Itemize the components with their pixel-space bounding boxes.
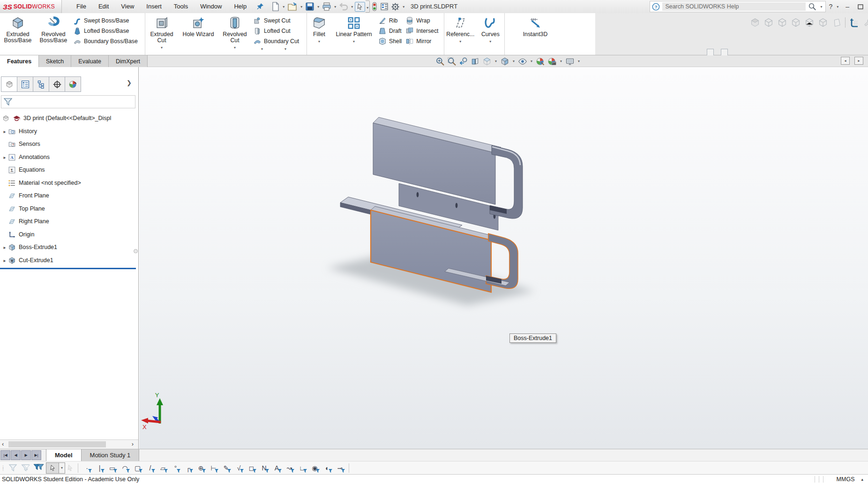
- dimxpert-manager-tab[interactable]: [49, 76, 65, 92]
- expand-arrow-icon[interactable]: ▸: [1, 258, 8, 263]
- shell-button[interactable]: Shell: [378, 37, 402, 45]
- menu-window[interactable]: Window: [194, 0, 228, 13]
- wrench-icon[interactable]: [863, 17, 868, 28]
- configuration-manager-tab[interactable]: [33, 76, 49, 92]
- collapse-left-pane-icon[interactable]: ◂: [841, 57, 850, 65]
- boundary-boss-base-button[interactable]: Boundary Boss/Base: [73, 37, 138, 45]
- tab-sketch[interactable]: Sketch: [39, 55, 71, 67]
- filter-notes[interactable]: A: [270, 462, 283, 474]
- filter-zoom-to-selection[interactable]: N: [258, 462, 270, 474]
- panel-horizontal-scrollbar[interactable]: ‹ ›: [0, 439, 138, 449]
- curves-button[interactable]: Curves ▾: [477, 16, 504, 45]
- menu-view[interactable]: View: [115, 0, 140, 13]
- fillet-dropdown-icon[interactable]: ▾: [318, 38, 320, 45]
- filter-sketches[interactable]: ┌: [182, 462, 195, 474]
- undo-dropdown-icon[interactable]: ▾: [351, 5, 353, 9]
- cube-hidden-lines-removed-icon[interactable]: [777, 17, 787, 28]
- tab-evaluate[interactable]: Evaluate: [71, 55, 109, 67]
- menu-insert[interactable]: Insert: [140, 0, 168, 13]
- last-tab-icon[interactable]: ▶|: [31, 450, 41, 460]
- undo-icon[interactable]: [338, 1, 349, 12]
- tree-item-origin[interactable]: Origin: [0, 228, 136, 241]
- reference-geometry-button[interactable]: Referenc... ▾: [444, 16, 477, 45]
- rollback-bar[interactable]: [0, 268, 136, 269]
- print-dropdown-icon[interactable]: ▾: [334, 5, 336, 9]
- draft-button[interactable]: Draft: [378, 26, 402, 35]
- tab-dimxpert[interactable]: DimXpert: [109, 55, 148, 67]
- zoom-to-area-icon[interactable]: [447, 56, 457, 66]
- tree-item-boss-extrude1[interactable]: ▸ Boss-Extrude1: [0, 241, 136, 253]
- next-tab-icon[interactable]: ▶: [21, 450, 31, 460]
- tree-item-history[interactable]: ▸ History: [0, 125, 136, 137]
- filter-annotations[interactable]: ✎: [220, 462, 232, 474]
- view-orientation-icon[interactable]: [482, 56, 492, 66]
- save-icon[interactable]: [304, 1, 315, 12]
- apply-scene-icon[interactable]: [547, 56, 557, 66]
- save-dropdown-icon[interactable]: ▾: [317, 5, 319, 9]
- tree-item-right-plane[interactable]: Right Plane: [0, 215, 136, 227]
- tree-filter[interactable]: [1, 95, 135, 108]
- lasso-select-icon[interactable]: [65, 462, 75, 474]
- filter-surface-finish-symbols[interactable]: √: [232, 462, 245, 474]
- menu-edit[interactable]: Edit: [92, 0, 115, 13]
- expand-arrow-icon[interactable]: ▸: [1, 129, 8, 134]
- wrap-button[interactable]: Wrap: [405, 16, 438, 25]
- fillet-button[interactable]: Fillet ▾: [307, 16, 331, 45]
- curves-dropdown-icon[interactable]: ▾: [489, 38, 491, 45]
- pin-menu-icon[interactable]: [256, 3, 264, 10]
- filter-section-marks[interactable]: ◐: [321, 462, 334, 474]
- filter-solid-bodies[interactable]: ▢: [131, 462, 144, 474]
- view-settings-dropdown-icon[interactable]: ▾: [578, 59, 580, 63]
- revolved-cut-button[interactable]: Revolved Cut ▾: [218, 16, 251, 51]
- extruded-cut-dropdown-icon[interactable]: ▾: [161, 45, 163, 51]
- filter-center-marks[interactable]: ⊕: [195, 462, 207, 474]
- tree-item-top-plane[interactable]: Top Plane: [0, 203, 136, 215]
- display-style-dropdown-icon[interactable]: ▾: [513, 59, 515, 63]
- extruded-cut-button[interactable]: Extruded Cut ▾: [145, 16, 178, 51]
- toolbar-drag-handle[interactable]: ⋮⋮: [1, 466, 5, 470]
- select-tool-button[interactable]: [46, 462, 59, 474]
- open-icon[interactable]: [286, 1, 299, 12]
- units-selector[interactable]: MMGS: [837, 476, 855, 483]
- panel-splitter-grip[interactable]: [134, 249, 138, 253]
- filter-dimensions[interactable]: ⊢: [207, 462, 220, 474]
- cut-stack-dropdown2-icon[interactable]: ▾: [284, 47, 286, 51]
- filter-edges[interactable]: |: [93, 462, 106, 474]
- units-dropdown-icon[interactable]: ▴: [861, 477, 863, 482]
- filter-weld-symbols[interactable]: ↝: [283, 462, 296, 474]
- apply-scene-dropdown-icon[interactable]: ▾: [560, 59, 562, 63]
- cube-draft-quality-icon[interactable]: [818, 17, 828, 28]
- swept-boss-base-button[interactable]: Swept Boss/Base: [73, 16, 138, 25]
- print-icon[interactable]: [321, 1, 332, 12]
- linear-pattern-button[interactable]: Linear Pattern ▾: [331, 16, 376, 45]
- select-dropdown-icon[interactable]: ▾: [366, 0, 370, 13]
- hide-show-dropdown-icon[interactable]: ▾: [531, 59, 532, 63]
- previous-view-icon[interactable]: [458, 56, 469, 66]
- filter-sketch-points[interactable]: °: [169, 462, 182, 474]
- filter-axes[interactable]: /: [144, 462, 157, 474]
- commandmanager-toggle2-icon[interactable]: [721, 49, 728, 56]
- revolved-cut-dropdown-icon[interactable]: ▾: [234, 45, 236, 51]
- mirror-button[interactable]: Mirror: [405, 37, 438, 45]
- expand-arrow-icon[interactable]: ▸: [1, 245, 8, 250]
- cube-perspective-icon[interactable]: [831, 17, 842, 28]
- lofted-cut-button[interactable]: Lofted Cut: [253, 26, 299, 35]
- prev-tab-icon[interactable]: ◀: [11, 450, 21, 460]
- filter-datum-targets[interactable]: ◉: [308, 462, 321, 474]
- tree-item-annotations[interactable]: ▸ A Annotations: [0, 151, 136, 163]
- filter-connection-points[interactable]: ⊸: [334, 462, 346, 474]
- select-tool-dropdown-icon[interactable]: ▾: [59, 462, 65, 474]
- filter-balloons[interactable]: ◻: [245, 462, 258, 474]
- collapse-right-pane-icon[interactable]: ▸: [854, 57, 863, 65]
- tree-item-material[interactable]: Material <not specified>: [0, 177, 136, 189]
- cut-stack-dropdown-icon[interactable]: ▾: [261, 47, 263, 51]
- property-manager-tab[interactable]: [17, 76, 33, 92]
- edit-appearance-icon[interactable]: [535, 56, 546, 66]
- new-dropdown-icon[interactable]: ▾: [283, 5, 284, 9]
- options-dropdown-icon[interactable]: ▾: [403, 5, 404, 9]
- intersect-button[interactable]: Intersect: [405, 26, 438, 35]
- restore-button[interactable]: [855, 4, 866, 9]
- linear-pattern-dropdown-icon[interactable]: ▾: [353, 38, 355, 45]
- help-menu-button[interactable]: ?: [829, 3, 832, 10]
- select-cursor-icon[interactable]: [355, 2, 365, 12]
